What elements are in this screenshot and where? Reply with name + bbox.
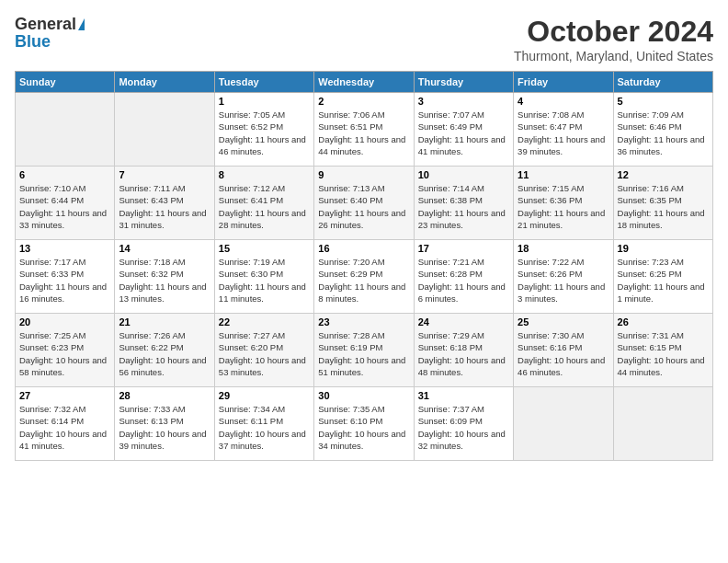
page-header: General Blue October 2024 Thurmont, Mary… <box>15 15 713 63</box>
calendar-cell: 30Sunrise: 7:35 AMSunset: 6:10 PMDayligh… <box>314 387 414 461</box>
calendar-cell: 7Sunrise: 7:11 AMSunset: 6:43 PMDaylight… <box>115 167 214 240</box>
day-info: Sunrise: 7:15 AMSunset: 6:36 PMDaylight:… <box>518 182 609 231</box>
calendar-cell: 18Sunrise: 7:22 AMSunset: 6:26 PMDayligh… <box>514 240 613 314</box>
day-info: Sunrise: 7:12 AMSunset: 6:41 PMDaylight:… <box>219 182 310 231</box>
day-header-wednesday: Wednesday <box>314 72 414 93</box>
calendar-cell: 5Sunrise: 7:09 AMSunset: 6:46 PMDaylight… <box>613 93 712 167</box>
day-number: 14 <box>119 243 210 254</box>
day-info: Sunrise: 7:22 AMSunset: 6:26 PMDaylight:… <box>518 256 609 304</box>
day-info: Sunrise: 7:10 AMSunset: 6:44 PMDaylight:… <box>19 182 110 231</box>
day-info: Sunrise: 7:19 AMSunset: 6:30 PMDaylight:… <box>219 256 310 304</box>
day-header-tuesday: Tuesday <box>214 72 313 93</box>
day-info: Sunrise: 7:07 AMSunset: 6:49 PMDaylight:… <box>418 109 509 157</box>
calendar-cell: 6Sunrise: 7:10 AMSunset: 6:44 PMDaylight… <box>16 167 115 240</box>
calendar-cell: 15Sunrise: 7:19 AMSunset: 6:30 PMDayligh… <box>214 240 313 314</box>
calendar-cell <box>613 387 712 461</box>
day-number: 30 <box>318 390 409 401</box>
day-info: Sunrise: 7:20 AMSunset: 6:29 PMDaylight:… <box>318 256 409 304</box>
day-info: Sunrise: 7:21 AMSunset: 6:28 PMDaylight:… <box>418 256 509 304</box>
day-info: Sunrise: 7:06 AMSunset: 6:51 PMDaylight:… <box>318 109 409 157</box>
calendar-cell: 26Sunrise: 7:31 AMSunset: 6:15 PMDayligh… <box>613 314 712 387</box>
day-number: 18 <box>518 243 609 254</box>
day-number: 16 <box>318 243 409 254</box>
calendar-cell: 8Sunrise: 7:12 AMSunset: 6:41 PMDaylight… <box>214 167 313 240</box>
day-number: 11 <box>518 169 609 180</box>
calendar-cell: 1Sunrise: 7:05 AMSunset: 6:52 PMDaylight… <box>214 93 313 167</box>
month-title: October 2024 <box>514 15 713 49</box>
day-number: 29 <box>219 390 310 401</box>
calendar-cell <box>115 93 214 167</box>
day-number: 7 <box>119 169 210 180</box>
day-info: Sunrise: 7:16 AMSunset: 6:35 PMDaylight:… <box>618 182 709 231</box>
day-number: 31 <box>418 390 509 401</box>
day-number: 24 <box>418 316 509 327</box>
day-number: 12 <box>618 169 709 180</box>
day-number: 9 <box>318 169 409 180</box>
logo-blue-text: Blue <box>15 32 51 52</box>
day-number: 10 <box>418 169 509 180</box>
calendar-cell: 14Sunrise: 7:18 AMSunset: 6:32 PMDayligh… <box>115 240 214 314</box>
day-info: Sunrise: 7:08 AMSunset: 6:47 PMDaylight:… <box>518 109 609 157</box>
day-info: Sunrise: 7:35 AMSunset: 6:10 PMDaylight:… <box>318 403 409 452</box>
calendar-cell <box>16 93 115 167</box>
day-info: Sunrise: 7:37 AMSunset: 6:09 PMDaylight:… <box>418 403 509 452</box>
title-section: October 2024 Thurmont, Maryland, United … <box>514 15 713 63</box>
logo-general-text: General <box>15 15 76 34</box>
calendar-cell: 27Sunrise: 7:32 AMSunset: 6:14 PMDayligh… <box>16 387 115 461</box>
calendar-cell: 2Sunrise: 7:06 AMSunset: 6:51 PMDaylight… <box>314 93 414 167</box>
day-number: 8 <box>219 169 310 180</box>
day-info: Sunrise: 7:32 AMSunset: 6:14 PMDaylight:… <box>19 403 110 452</box>
day-header-sunday: Sunday <box>16 72 115 93</box>
calendar-cell <box>514 387 613 461</box>
calendar-cell: 21Sunrise: 7:26 AMSunset: 6:22 PMDayligh… <box>115 314 214 387</box>
day-number: 17 <box>418 243 509 254</box>
day-number: 21 <box>119 316 210 327</box>
calendar-cell: 23Sunrise: 7:28 AMSunset: 6:19 PMDayligh… <box>314 314 414 387</box>
calendar-cell: 10Sunrise: 7:14 AMSunset: 6:38 PMDayligh… <box>414 167 513 240</box>
day-number: 28 <box>119 390 210 401</box>
day-info: Sunrise: 7:17 AMSunset: 6:33 PMDaylight:… <box>19 256 110 304</box>
day-number: 19 <box>618 243 709 254</box>
day-info: Sunrise: 7:05 AMSunset: 6:52 PMDaylight:… <box>219 109 310 157</box>
day-info: Sunrise: 7:09 AMSunset: 6:46 PMDaylight:… <box>618 109 709 157</box>
day-number: 5 <box>618 96 709 107</box>
calendar-cell: 17Sunrise: 7:21 AMSunset: 6:28 PMDayligh… <box>414 240 513 314</box>
day-number: 13 <box>19 243 110 254</box>
day-number: 4 <box>518 96 609 107</box>
day-number: 1 <box>219 96 310 107</box>
day-info: Sunrise: 7:25 AMSunset: 6:23 PMDaylight:… <box>19 329 110 378</box>
calendar-cell: 16Sunrise: 7:20 AMSunset: 6:29 PMDayligh… <box>314 240 414 314</box>
day-info: Sunrise: 7:27 AMSunset: 6:20 PMDaylight:… <box>219 329 310 378</box>
day-number: 25 <box>518 316 609 327</box>
calendar-table: SundayMondayTuesdayWednesdayThursdayFrid… <box>15 71 713 461</box>
day-info: Sunrise: 7:14 AMSunset: 6:38 PMDaylight:… <box>418 182 509 231</box>
day-number: 22 <box>219 316 310 327</box>
day-info: Sunrise: 7:23 AMSunset: 6:25 PMDaylight:… <box>618 256 709 304</box>
day-info: Sunrise: 7:11 AMSunset: 6:43 PMDaylight:… <box>119 182 210 231</box>
day-number: 2 <box>318 96 409 107</box>
day-number: 3 <box>418 96 509 107</box>
calendar-cell: 19Sunrise: 7:23 AMSunset: 6:25 PMDayligh… <box>613 240 712 314</box>
day-number: 6 <box>19 169 110 180</box>
calendar-cell: 20Sunrise: 7:25 AMSunset: 6:23 PMDayligh… <box>16 314 115 387</box>
day-number: 27 <box>19 390 110 401</box>
calendar-cell: 22Sunrise: 7:27 AMSunset: 6:20 PMDayligh… <box>214 314 313 387</box>
day-info: Sunrise: 7:34 AMSunset: 6:11 PMDaylight:… <box>219 403 310 452</box>
calendar-cell: 11Sunrise: 7:15 AMSunset: 6:36 PMDayligh… <box>514 167 613 240</box>
calendar-cell: 28Sunrise: 7:33 AMSunset: 6:13 PMDayligh… <box>115 387 214 461</box>
day-info: Sunrise: 7:31 AMSunset: 6:15 PMDaylight:… <box>618 329 709 378</box>
calendar-cell: 25Sunrise: 7:30 AMSunset: 6:16 PMDayligh… <box>514 314 613 387</box>
day-header-friday: Friday <box>514 72 613 93</box>
calendar-cell: 4Sunrise: 7:08 AMSunset: 6:47 PMDaylight… <box>514 93 613 167</box>
day-info: Sunrise: 7:28 AMSunset: 6:19 PMDaylight:… <box>318 329 409 378</box>
day-info: Sunrise: 7:18 AMSunset: 6:32 PMDaylight:… <box>119 256 210 304</box>
day-header-thursday: Thursday <box>414 72 513 93</box>
day-number: 23 <box>318 316 409 327</box>
calendar-cell: 31Sunrise: 7:37 AMSunset: 6:09 PMDayligh… <box>414 387 513 461</box>
day-number: 26 <box>618 316 709 327</box>
day-info: Sunrise: 7:30 AMSunset: 6:16 PMDaylight:… <box>518 329 609 378</box>
logo: General Blue <box>15 15 85 52</box>
day-info: Sunrise: 7:26 AMSunset: 6:22 PMDaylight:… <box>119 329 210 378</box>
calendar-cell: 3Sunrise: 7:07 AMSunset: 6:49 PMDaylight… <box>414 93 513 167</box>
day-header-saturday: Saturday <box>613 72 712 93</box>
